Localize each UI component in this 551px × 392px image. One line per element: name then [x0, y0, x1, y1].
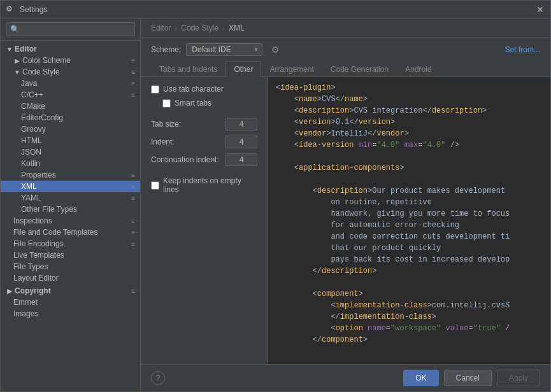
settings-window: ⚙ Settings ✕ ▼ Editor ▶ Color Scheme ≡: [0, 0, 551, 392]
page-icon-color-scheme: ≡: [131, 57, 135, 64]
expand-arrow-color-scheme: ▶: [13, 57, 21, 64]
page-icon-file-code-templates: ≡: [131, 229, 135, 236]
sidebar-item-other-file-types[interactable]: Other File Types: [1, 204, 140, 215]
sidebar-item-properties[interactable]: Properties ≡: [1, 169, 140, 181]
search-input[interactable]: [6, 22, 135, 36]
window-title: Settings: [20, 5, 535, 14]
code-editor[interactable]: <idea-plugin> <name>CVS</name> <descript…: [268, 77, 550, 364]
sidebar-item-cmake[interactable]: CMake: [1, 101, 140, 112]
sidebar-item-xml[interactable]: XML ≡: [1, 181, 140, 192]
breadcrumb-xml: XML: [229, 24, 245, 32]
sidebar-item-emmet[interactable]: Emmet: [1, 297, 140, 308]
options-panel: Use tab character Smart tabs Tab size: I…: [141, 77, 268, 364]
sidebar-label-properties: Properties: [21, 171, 56, 179]
keep-indents-checkbox[interactable]: [151, 181, 159, 190]
smart-tabs-checkbox[interactable]: [162, 99, 171, 108]
breadcrumb-code-style: Code Style: [181, 24, 218, 32]
sidebar-label-other-file-types: Other File Types: [21, 205, 77, 214]
main-panel: Editor › Code Style › XML Scheme: Defaul…: [141, 18, 550, 391]
sidebar-item-file-encodings[interactable]: File Encodings ≡: [1, 238, 140, 249]
sidebar-label-editor: Editor: [15, 45, 37, 53]
sidebar-label-json: JSON: [21, 148, 41, 157]
scheme-bar: Scheme: Default IDE ⚙ Set from...: [141, 38, 550, 61]
sidebar-item-images[interactable]: Images: [1, 308, 140, 319]
sidebar-label-file-encodings: File Encodings: [13, 239, 64, 248]
sidebar-item-kotlin[interactable]: Kotlin: [1, 158, 140, 169]
cancel-button[interactable]: Cancel: [444, 370, 492, 386]
sidebar-label-editorconfig: EditorConfig: [21, 113, 63, 122]
continuation-indent-row: Continuation indent:: [151, 153, 257, 166]
sidebar-item-cpp[interactable]: C/C++ ≡: [1, 89, 140, 101]
sidebar-label-images: Images: [13, 309, 38, 318]
sidebar-label-inspections: Inspections: [13, 216, 52, 225]
sidebar-item-editorconfig[interactable]: EditorConfig: [1, 112, 140, 123]
page-icon-yaml: ≡: [131, 195, 135, 202]
tab-tabs-indents[interactable]: Tabs and Indents: [151, 61, 225, 77]
tab-android[interactable]: Android: [397, 61, 440, 77]
tab-size-input[interactable]: [225, 118, 257, 130]
sidebar-item-live-templates[interactable]: Live Templates: [1, 249, 140, 261]
use-tab-character-row: Use tab character: [151, 85, 257, 94]
breadcrumb: Editor › Code Style › XML: [141, 18, 550, 38]
sidebar-tree: ▼ Editor ▶ Color Scheme ≡ ▼ Code Style ≡…: [1, 41, 140, 391]
sidebar-label-emmet: Emmet: [13, 298, 38, 307]
apply-button[interactable]: Apply: [497, 370, 540, 386]
sidebar: ▼ Editor ▶ Color Scheme ≡ ▼ Code Style ≡…: [1, 18, 141, 391]
use-tab-character-checkbox[interactable]: [151, 85, 159, 94]
indent-input[interactable]: [225, 136, 257, 148]
page-icon-inspections: ≡: [131, 218, 135, 225]
sidebar-item-json[interactable]: JSON: [1, 146, 140, 158]
content-area: ▼ Editor ▶ Color Scheme ≡ ▼ Code Style ≡…: [1, 18, 550, 391]
bottom-bar: ? OK Cancel Apply: [141, 364, 550, 391]
close-button[interactable]: ✕: [535, 4, 545, 15]
tabs-bar: Tabs and Indents Other Arrangement Code …: [141, 61, 550, 77]
continuation-indent-input[interactable]: [225, 153, 257, 166]
sidebar-label-xml: XML: [21, 182, 37, 191]
tab-size-row: Tab size:: [151, 118, 257, 130]
scheme-select[interactable]: Default IDE: [186, 43, 262, 56]
indent-row: Indent:: [151, 136, 257, 148]
sidebar-item-java[interactable]: Java ≡: [1, 78, 140, 89]
sidebar-item-html[interactable]: HTML: [1, 135, 140, 146]
sidebar-label-code-style: Code Style: [22, 67, 60, 76]
set-from-link[interactable]: Set from...: [505, 45, 540, 54]
help-button[interactable]: ?: [151, 371, 165, 385]
continuation-indent-label: Continuation indent:: [151, 155, 220, 164]
sidebar-item-layout-editor[interactable]: Layout Editor: [1, 272, 140, 284]
use-tab-character-label: Use tab character: [163, 85, 224, 94]
scheme-select-wrap: Default IDE: [186, 43, 262, 56]
sidebar-label-cpp: C/C++: [21, 90, 43, 99]
app-icon: ⚙: [6, 4, 16, 15]
breadcrumb-editor: Editor: [151, 24, 171, 32]
title-bar: ⚙ Settings ✕: [1, 1, 550, 18]
sidebar-item-groovy[interactable]: Groovy: [1, 123, 140, 135]
sidebar-label-file-code-templates: File and Code Templates: [13, 228, 98, 237]
sidebar-item-code-style[interactable]: ▼ Code Style ≡: [1, 66, 140, 78]
sidebar-item-yaml[interactable]: YAML ≡: [1, 192, 140, 204]
sidebar-label-live-templates: Live Templates: [13, 251, 64, 260]
sidebar-item-file-types[interactable]: File Types: [1, 261, 140, 272]
sidebar-label-yaml: YAML: [21, 193, 41, 202]
indent-label: Indent:: [151, 137, 220, 146]
keep-indents-label: Keep indents on empty lines: [163, 176, 257, 194]
expand-arrow-copyright: ▶: [6, 287, 13, 295]
sidebar-label-color-scheme: Color Scheme: [22, 56, 71, 65]
tab-arrangement[interactable]: Arrangement: [261, 61, 322, 77]
sidebar-item-editor[interactable]: ▼ Editor: [1, 43, 140, 55]
sidebar-item-copyright[interactable]: ▶ Copyright ≡: [1, 285, 140, 297]
sidebar-item-color-scheme[interactable]: ▶ Color Scheme ≡: [1, 55, 140, 66]
ok-button[interactable]: OK: [403, 370, 438, 386]
gear-button[interactable]: ⚙: [268, 42, 283, 57]
sidebar-label-html: HTML: [21, 136, 42, 145]
search-box: [1, 18, 140, 41]
sidebar-label-kotlin: Kotlin: [21, 159, 40, 168]
smart-tabs-label: Smart tabs: [175, 99, 211, 108]
sidebar-item-file-code-templates[interactable]: File and Code Templates ≡: [1, 227, 140, 238]
page-icon-copyright: ≡: [131, 288, 135, 295]
sidebar-item-inspections[interactable]: Inspections ≡: [1, 215, 140, 227]
sidebar-label-groovy: Groovy: [21, 125, 46, 134]
tab-other[interactable]: Other: [225, 61, 261, 77]
code-content[interactable]: <idea-plugin> <name>CVS</name> <descript…: [268, 77, 550, 364]
tab-code-generation[interactable]: Code Generation: [322, 61, 397, 77]
keep-indents-row: Keep indents on empty lines: [151, 176, 257, 194]
